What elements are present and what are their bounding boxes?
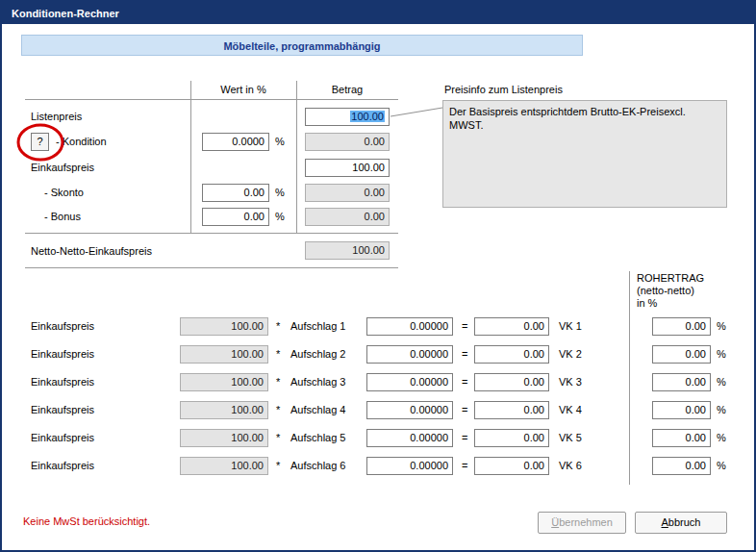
calc-row-4: Einkaufspreis 100.00 * Aufschlag 4 0.000… [2,401,756,421]
multiply-sign: * [276,320,280,332]
calc-einkaufspreis-label: Einkaufspreis [31,376,94,388]
percent-sign: % [717,460,726,471]
aufschlag-field[interactable]: 0.00000 [366,345,453,364]
multiply-sign: * [276,460,280,471]
abbruch-button[interactable]: Abbruch [635,512,727,534]
multiply-sign: * [276,348,280,360]
bonus-betrag-field: 0.00 [305,208,390,226]
aufschlag-field[interactable]: 0.00000 [366,429,453,447]
calc-einkaufspreis-label: Einkaufspreis [31,460,94,471]
vk-label: VK 6 [559,460,582,471]
multiply-sign: * [276,376,280,388]
rohertrag-title-line1: ROHERTRAG [637,272,704,284]
column-divider-left [190,81,191,233]
title-bar[interactable]: Konditionen-Rechner [2,2,754,24]
skonto-label: - Skonto [44,187,84,198]
aufschlag-field[interactable]: 0.00000 [366,401,453,419]
rohertrag-field[interactable]: 0.00 [652,401,711,419]
equals-sign: = [462,404,467,415]
rohertrag-title-line2: (netto-netto) [637,285,694,296]
listenpreis-betrag-field[interactable]: 100.00 [305,108,390,126]
aufschlag-field[interactable]: 0.00000 [366,317,453,336]
netto-divider-top [25,233,398,234]
aufschlag-field[interactable]: 0.00000 [366,373,453,391]
vk-value-field[interactable]: 0.00 [474,401,549,419]
vk-label: VK 4 [559,404,582,415]
vk-value-field[interactable]: 0.00 [474,429,549,447]
preisinfo-text: Der Basispreis entsprichtdem Brutto-EK-P… [449,106,686,131]
rohertrag-field[interactable]: 0.00 [652,457,711,475]
einkaufspreis-betrag-field[interactable]: 100.00 [305,159,390,177]
banner: Möbelteile, programmabhängig [21,35,583,56]
calc-row-1: Einkaufspreis 100.00 * Aufschlag 1 0.000… [2,317,756,338]
aufschlag-label: Aufschlag 2 [290,348,345,360]
aufschlag-label: Aufschlag 3 [290,376,345,388]
skonto-percent-sign: % [275,187,285,198]
rohertrag-field[interactable]: 0.00 [652,429,711,447]
calc-row-6: Einkaufspreis 100.00 * Aufschlag 6 0.000… [2,457,756,477]
rohertrag-field[interactable]: 0.00 [652,317,711,336]
calc-basis-field: 100.00 [180,345,268,364]
preisinfo-title: Preisinfo zum Listenpreis [444,84,563,95]
vk-value-field[interactable]: 0.00 [474,317,549,336]
percent-sign: % [717,376,726,388]
bonus-wert-field[interactable]: 0.00 [202,208,269,226]
kondition-percent-sign: % [275,136,285,147]
column-header-wert: Wert in % [190,84,296,95]
connector-line [391,108,442,116]
rohertrag-field[interactable]: 0.00 [652,373,711,391]
calc-einkaufspreis-label: Einkaufspreis [31,348,94,360]
column-divider-right [296,81,297,233]
netto-divider-bottom [25,267,398,268]
bonus-label: - Bonus [44,211,81,222]
equals-sign: = [462,320,467,332]
calc-basis-field: 100.00 [180,401,268,419]
vk-value-field[interactable]: 0.00 [474,345,549,364]
percent-sign: % [717,320,726,332]
percent-sign: % [717,348,726,360]
einkaufspreis-label: Einkaufspreis [31,162,94,173]
uebernehmen-button[interactable]: Übernehmen [538,512,626,534]
listenpreis-label: Listenpreis [31,111,82,122]
multiply-sign: * [276,404,280,415]
calc-einkaufspreis-label: Einkaufspreis [31,404,94,415]
kondition-label: - Kondition [56,136,107,147]
vk-value-field[interactable]: 0.00 [474,373,549,391]
mwst-note: Keine MwSt berücksichtigt. [23,515,150,527]
rohertrag-field[interactable]: 0.00 [652,345,711,364]
rohertrag-title-line3: in % [637,297,657,309]
aufschlag-label: Aufschlag 1 [290,320,345,332]
vk-value-field[interactable]: 0.00 [474,457,549,475]
aufschlag-label: Aufschlag 4 [290,404,345,415]
multiply-sign: * [276,432,280,443]
window-title: Konditionen-Rechner [12,8,119,19]
percent-sign: % [717,404,726,415]
kondition-wert-field[interactable]: 0.0000 [202,133,269,151]
help-button[interactable]: ? [31,133,49,151]
kondition-betrag-field: 0.00 [305,133,390,151]
equals-sign: = [462,460,467,471]
vk-label: VK 2 [559,348,582,360]
equals-sign: = [462,348,467,360]
bonus-percent-sign: % [275,211,285,222]
skonto-betrag-field: 0.00 [305,184,390,202]
selected-value: 100.00 [350,111,385,122]
calc-basis-field: 100.00 [180,317,268,336]
calc-einkaufspreis-label: Einkaufspreis [31,320,94,332]
calc-row-5: Einkaufspreis 100.00 * Aufschlag 5 0.000… [2,429,756,449]
netto-netto-betrag-field: 100.00 [305,241,390,260]
aufschlag-field[interactable]: 0.00000 [366,457,453,475]
calc-basis-field: 100.00 [180,457,268,475]
konditionen-rechner-dialog: Konditionen-Rechner Möbelteile, programm… [0,0,756,552]
vk-label: VK 1 [559,320,582,332]
vk-label: VK 3 [559,376,582,388]
calc-row-2: Einkaufspreis 100.00 * Aufschlag 2 0.000… [2,345,756,365]
vk-label: VK 5 [559,432,582,443]
skonto-wert-field[interactable]: 0.00 [202,184,269,202]
netto-netto-label: Netto-Netto-Einkaufspreis [31,245,152,257]
percent-sign: % [717,432,726,443]
calc-basis-field: 100.00 [180,373,268,391]
calc-einkaufspreis-label: Einkaufspreis [31,432,94,443]
column-header-betrag: Betrag [296,84,398,95]
header-divider [25,99,398,100]
